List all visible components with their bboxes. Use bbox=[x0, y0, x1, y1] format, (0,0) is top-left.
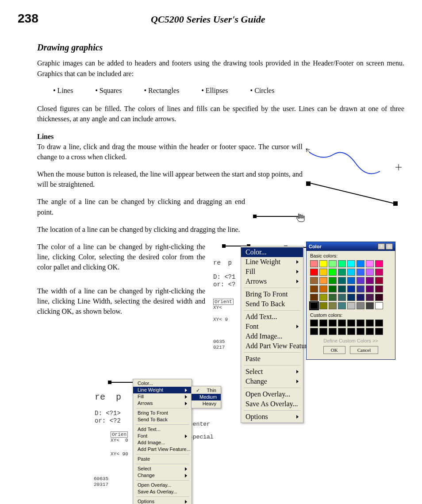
color-swatch[interactable] bbox=[375, 302, 383, 309]
color-swatch[interactable] bbox=[329, 285, 337, 292]
menu-item[interactable]: Change bbox=[133, 472, 192, 479]
custom-swatch[interactable] bbox=[319, 319, 327, 327]
color-swatch[interactable] bbox=[357, 294, 364, 301]
menu-item[interactable]: Fill bbox=[241, 267, 303, 277]
custom-swatch[interactable] bbox=[375, 319, 383, 327]
color-swatch[interactable] bbox=[366, 302, 374, 309]
color-swatch[interactable] bbox=[338, 260, 346, 267]
custom-colors-grid[interactable] bbox=[310, 319, 391, 335]
color-dialog[interactable]: Color ? × Basic colors: Custom colors: D… bbox=[306, 242, 395, 360]
menu-item[interactable]: Fill bbox=[133, 393, 192, 400]
color-swatch[interactable] bbox=[357, 269, 364, 276]
color-swatch[interactable] bbox=[366, 294, 374, 301]
custom-swatch[interactable] bbox=[338, 328, 346, 335]
menu-item[interactable]: Line Weight bbox=[133, 387, 192, 393]
menu-item[interactable]: Add Text... bbox=[241, 312, 303, 322]
color-swatch[interactable] bbox=[338, 294, 346, 301]
color-swatch[interactable] bbox=[310, 277, 318, 284]
color-swatch[interactable] bbox=[310, 285, 318, 292]
color-swatch[interactable] bbox=[319, 302, 327, 309]
lineweight-submenu[interactable]: ✓ThinMediumHeavy bbox=[191, 386, 221, 408]
color-swatch[interactable] bbox=[357, 260, 364, 267]
color-swatch[interactable] bbox=[357, 302, 364, 309]
menu-item[interactable]: Paste bbox=[241, 354, 303, 364]
color-swatch[interactable] bbox=[310, 302, 318, 309]
color-swatch[interactable] bbox=[338, 277, 346, 284]
color-swatch[interactable] bbox=[329, 269, 337, 276]
menu-item[interactable]: Add Image... bbox=[133, 439, 192, 446]
color-swatch[interactable] bbox=[357, 277, 364, 284]
color-swatch[interactable] bbox=[375, 285, 383, 292]
color-swatch[interactable] bbox=[357, 285, 364, 292]
context-menu-linewidth[interactable]: Color...Line WeightFillArrowsBring To Fr… bbox=[133, 379, 192, 504]
menu-item[interactable]: Color... bbox=[133, 380, 192, 387]
color-swatch[interactable] bbox=[338, 302, 346, 309]
menu-item[interactable]: Add Part View Feature... bbox=[241, 341, 303, 351]
color-swatch[interactable] bbox=[347, 294, 355, 301]
menu-item[interactable]: Paste bbox=[133, 456, 192, 462]
color-swatch[interactable] bbox=[310, 260, 318, 267]
menu-item[interactable]: Add Image... bbox=[241, 331, 303, 341]
menu-item[interactable]: Line Weight bbox=[241, 257, 303, 267]
color-swatch[interactable] bbox=[375, 260, 383, 267]
close-button[interactable]: × bbox=[386, 243, 393, 250]
cancel-button[interactable]: Cancel bbox=[350, 346, 379, 354]
color-swatch[interactable] bbox=[347, 260, 355, 267]
menu-item[interactable]: Arrows bbox=[133, 400, 192, 407]
color-swatch[interactable] bbox=[329, 277, 337, 284]
menu-item[interactable]: Select bbox=[241, 367, 303, 377]
custom-swatch[interactable] bbox=[347, 328, 355, 335]
submenu-item[interactable]: ✓Thin bbox=[192, 387, 221, 394]
custom-swatch[interactable] bbox=[375, 328, 383, 335]
custom-swatch[interactable] bbox=[338, 319, 346, 327]
submenu-item[interactable]: Heavy bbox=[192, 400, 221, 407]
help-button[interactable]: ? bbox=[378, 243, 385, 250]
color-swatch[interactable] bbox=[347, 277, 355, 284]
define-custom-colors[interactable]: Define Custom Colors >> bbox=[310, 339, 391, 343]
color-swatch[interactable] bbox=[329, 302, 337, 309]
color-swatch[interactable] bbox=[329, 260, 337, 267]
custom-swatch[interactable] bbox=[366, 319, 374, 327]
color-swatch[interactable] bbox=[319, 260, 327, 267]
custom-swatch[interactable] bbox=[319, 328, 327, 335]
menu-item[interactable]: Send To Back bbox=[133, 416, 192, 423]
menu-item[interactable]: Open Overlay... bbox=[133, 482, 192, 489]
custom-swatch[interactable] bbox=[347, 319, 355, 327]
color-swatch[interactable] bbox=[366, 269, 374, 276]
dialog-title-bar[interactable]: Color ? × bbox=[307, 242, 395, 251]
basic-colors-grid[interactable] bbox=[310, 260, 391, 309]
menu-item[interactable]: Add Text... bbox=[133, 426, 192, 433]
menu-item[interactable]: Font bbox=[241, 322, 303, 331]
menu-item[interactable]: Options bbox=[133, 498, 192, 504]
color-swatch[interactable] bbox=[347, 285, 355, 292]
color-swatch[interactable] bbox=[319, 269, 327, 276]
menu-item[interactable]: Bring To Front bbox=[133, 410, 192, 416]
color-swatch[interactable] bbox=[319, 285, 327, 292]
color-swatch[interactable] bbox=[375, 294, 383, 301]
color-swatch[interactable] bbox=[329, 294, 337, 301]
custom-swatch[interactable] bbox=[357, 319, 364, 327]
menu-item[interactable]: Select bbox=[133, 466, 192, 472]
custom-swatch[interactable] bbox=[357, 328, 364, 335]
custom-swatch[interactable] bbox=[310, 319, 318, 327]
custom-swatch[interactable] bbox=[366, 328, 374, 335]
color-swatch[interactable] bbox=[366, 277, 374, 284]
color-swatch[interactable] bbox=[310, 269, 318, 276]
menu-item[interactable]: Save As Overlay... bbox=[133, 489, 192, 495]
custom-swatch[interactable] bbox=[329, 319, 337, 327]
menu-item[interactable]: Font bbox=[133, 433, 192, 439]
color-swatch[interactable] bbox=[375, 269, 383, 276]
color-swatch[interactable] bbox=[366, 260, 374, 267]
color-swatch[interactable] bbox=[338, 269, 346, 276]
color-swatch[interactable] bbox=[310, 294, 318, 301]
submenu-item[interactable]: Medium bbox=[192, 394, 221, 400]
custom-swatch[interactable] bbox=[310, 328, 318, 335]
menu-item[interactable]: Add Part View Feature... bbox=[133, 446, 192, 453]
ok-button[interactable]: OK bbox=[323, 346, 345, 354]
menu-item[interactable]: Bring To Front bbox=[241, 289, 303, 299]
color-swatch[interactable] bbox=[347, 269, 355, 276]
color-swatch[interactable] bbox=[366, 285, 374, 292]
color-swatch[interactable] bbox=[319, 277, 327, 284]
custom-swatch[interactable] bbox=[329, 328, 337, 335]
menu-item[interactable]: Arrows bbox=[241, 277, 303, 286]
